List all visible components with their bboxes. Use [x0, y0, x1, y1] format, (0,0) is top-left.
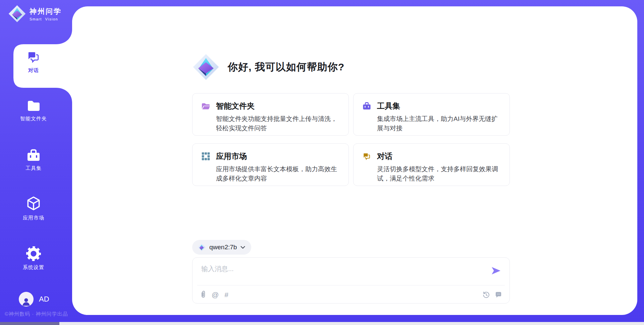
model-selector[interactable]: qwen2:7b: [192, 240, 251, 255]
chat-icon: [26, 50, 41, 64]
main-content-panel: 你好, 我可以如何帮助你? 智能文件夹 智能文件夹功能支持批量文件上传与清洗，轻…: [72, 6, 637, 315]
avatar: [19, 292, 34, 307]
toolbox-icon: [26, 148, 41, 162]
composer-toolbar-right: [482, 291, 502, 299]
sidebar-item-label: 智能文件夹: [7, 116, 60, 122]
card-smart-folder[interactable]: 智能文件夹 智能文件夹功能支持批量文件上传与清洗，轻松实现文件问答: [192, 93, 349, 136]
folder-open-icon: [201, 102, 210, 111]
sidebar-item-label: 对话: [7, 67, 60, 74]
card-title: 工具集: [377, 101, 400, 111]
sidebar-item-chat[interactable]: 对话: [7, 50, 60, 74]
card-description: 集成市场上主流工具，助力AI与外界无缝扩展与对接: [377, 114, 501, 133]
card-toolset[interactable]: 工具集 集成市场上主流工具，助力AI与外界无缝扩展与对接: [353, 93, 510, 136]
composer-divider: [197, 285, 505, 285]
feature-cards: 智能文件夹 智能文件夹功能支持批量文件上传与清洗，轻松实现文件问答 工具集 集成…: [192, 93, 510, 186]
brand-name-en: Smart Vision: [30, 17, 62, 21]
card-title: 应用市场: [216, 151, 247, 161]
card-chat[interactable]: 对话 灵活切换多模型文件，支持多样回复效果调试，满足个性化需求: [353, 143, 510, 186]
person-icon: [21, 297, 31, 307]
assistant-diamond-icon: [192, 53, 220, 81]
card-app-market[interactable]: 应用市场 应用市场提供丰富长文本模板，助力高效生成多样化文章内容: [192, 143, 349, 186]
sidebar-item-label: 应用市场: [7, 215, 60, 221]
greeting-block: 你好, 我可以如何帮助你?: [192, 53, 344, 81]
model-name: qwen2:7b: [209, 244, 237, 251]
brand-name-cn: 神州问学: [30, 7, 62, 16]
brand-diamond-icon: [8, 5, 26, 23]
paperclip-icon[interactable]: [201, 290, 206, 299]
hash-topic-icon[interactable]: #: [224, 291, 228, 298]
chat-icon: [362, 152, 371, 161]
at-mention-icon[interactable]: @: [212, 291, 219, 298]
app-root: 神州问学 Smart Vision 对话 智能文件夹: [0, 0, 644, 325]
brand-logo: 神州问学 Smart Vision: [8, 5, 62, 23]
horizontal-scrollbar[interactable]: [0, 322, 644, 325]
history-icon[interactable]: [482, 291, 490, 299]
sidebar-item-label: 系统设置: [7, 264, 60, 271]
cube-icon: [26, 196, 41, 212]
sidebar-item-app-market[interactable]: 应用市场: [7, 196, 60, 221]
sidebar-item-label: 工具集: [7, 165, 60, 172]
message-composer: @ #: [192, 257, 510, 304]
composer-toolbar-left: @ #: [201, 290, 228, 299]
gear-icon: [26, 246, 41, 261]
send-icon[interactable]: [491, 266, 501, 275]
folder-icon: [26, 99, 41, 113]
card-title: 对话: [377, 151, 392, 161]
greeting-title: 你好, 我可以如何帮助你?: [228, 60, 344, 74]
sidebar-item-settings[interactable]: 系统设置: [7, 246, 60, 271]
chat-bubble-icon[interactable]: [495, 291, 502, 299]
card-description: 应用市场提供丰富长文本模板，助力高效生成多样化文章内容: [216, 165, 340, 183]
model-diamond-icon: [198, 243, 206, 251]
cube-grid-icon: [201, 152, 210, 161]
card-description: 智能文件夹功能支持批量文件上传与清洗，轻松实现文件问答: [216, 114, 340, 133]
chevron-down-icon: [240, 246, 245, 249]
sidebar-item-toolset[interactable]: 工具集: [7, 148, 60, 172]
card-title: 智能文件夹: [216, 101, 255, 111]
toolbox-icon: [362, 102, 371, 111]
user-initials: AD: [39, 295, 49, 304]
card-description: 灵活切换多模型文件，支持多样回复效果调试，满足个性化需求: [377, 165, 501, 183]
message-input[interactable]: [201, 263, 483, 274]
copyright-footer: ©神州数码 · 神州问学出品: [5, 311, 68, 317]
sidebar-item-smart-folder[interactable]: 智能文件夹: [7, 99, 60, 122]
scrollbar-thumb[interactable]: [0, 322, 59, 325]
user-account[interactable]: AD: [19, 292, 49, 307]
